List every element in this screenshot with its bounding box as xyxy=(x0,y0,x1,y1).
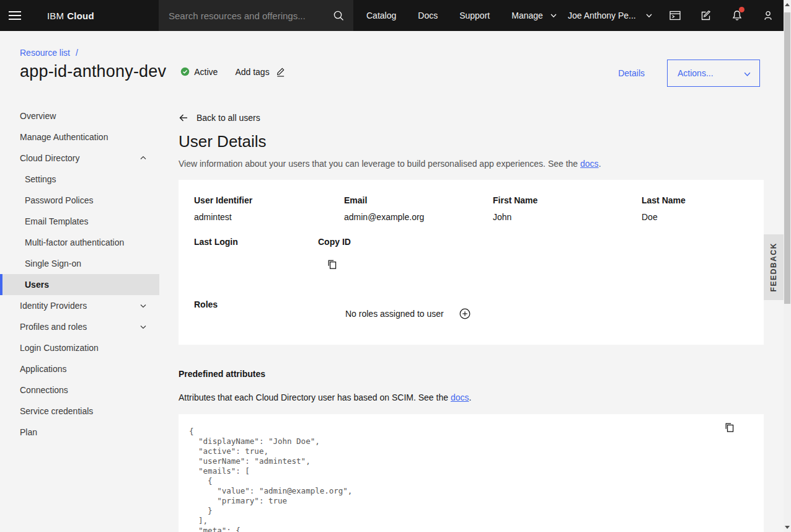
scrollbar-thumb[interactable] xyxy=(784,12,790,304)
add-tags-button[interactable]: Add tags xyxy=(235,67,285,77)
sidebar-item-cloud-directory[interactable]: Cloud Directory xyxy=(0,148,159,169)
status-badge: Active xyxy=(180,67,218,77)
notifications-button[interactable] xyxy=(722,0,753,31)
sidebar-item-manage-authentication[interactable]: Manage Authentication xyxy=(0,126,159,148)
feedback-tab[interactable]: FEEDBACK xyxy=(764,234,784,300)
field-value-last-name: Doe xyxy=(642,211,658,223)
search-input[interactable] xyxy=(159,11,324,21)
field-value-first-name: John xyxy=(493,211,511,223)
top-header: IBMCloud Catalog Docs Support Manage Joe… xyxy=(0,0,791,31)
sidebar-item-applications[interactable]: Applications xyxy=(0,358,159,379)
scrollbar-up-arrow[interactable] xyxy=(785,3,790,6)
account-name: Joe Anthony Pe... xyxy=(568,11,636,20)
code-line: "userName": "admintest", xyxy=(189,456,764,466)
code-line: "meta": { xyxy=(189,526,764,532)
field-label-email: Email xyxy=(344,195,367,206)
user-icon xyxy=(762,9,774,22)
predefined-attributes-description: Attributes that each Cloud Directory use… xyxy=(179,392,764,403)
menu-button[interactable] xyxy=(0,0,30,31)
code-line: { xyxy=(189,427,764,437)
sidebar-item-plan[interactable]: Plan xyxy=(0,422,159,443)
code-line: "displayName": "John Doe", xyxy=(189,437,764,446)
nav-docs[interactable]: Docs xyxy=(418,11,438,20)
chevron-down-icon xyxy=(139,323,147,330)
code-line: "active": true, xyxy=(189,446,764,456)
copy-icon xyxy=(327,259,337,270)
status-label: Active xyxy=(194,67,218,77)
account-menu[interactable]: Joe Anthony Pe... xyxy=(568,0,653,31)
sidebar-item-users[interactable]: Users xyxy=(0,274,159,295)
chevron-down-icon xyxy=(550,12,557,19)
sidebar-item-single-sign-on[interactable]: Single Sign-on xyxy=(0,253,159,274)
web-cli-icon xyxy=(669,9,681,22)
copy-id-label: Copy ID xyxy=(318,236,351,247)
breadcrumb-resource-list[interactable]: Resource list xyxy=(20,48,70,58)
edit-pencil-icon xyxy=(276,67,285,77)
brand-suffix: Cloud xyxy=(67,11,94,21)
user-info-card: User Identifier Email First Name Last Na… xyxy=(179,180,764,345)
sidebar-item-profiles-and-roles[interactable]: Profiles and roles xyxy=(0,316,159,337)
sidebar-item-login-customization[interactable]: Login Customization xyxy=(0,337,159,358)
check-circle-icon xyxy=(180,67,190,76)
docs-link[interactable]: docs xyxy=(580,159,599,169)
page-header: Resource list/ app-id-anthony-dev Active… xyxy=(0,31,791,102)
sidebar-item-service-credentials[interactable]: Service credentials xyxy=(0,401,159,422)
brand-prefix: IBM xyxy=(47,11,64,21)
search-button[interactable] xyxy=(324,0,353,31)
code-line: } xyxy=(189,506,764,516)
sidebar-nav: Overview Manage Authentication Cloud Dir… xyxy=(0,102,159,443)
brand-logo[interactable]: IBMCloud xyxy=(47,0,94,31)
copy-icon xyxy=(724,422,735,433)
roles-label: Roles xyxy=(194,299,218,310)
page-title: app-id-anthony-dev xyxy=(20,62,166,81)
sidebar-item-email-templates[interactable]: Email Templates xyxy=(0,211,159,232)
plus-circle-icon xyxy=(459,308,471,319)
sidebar-item-settings[interactable]: Settings xyxy=(0,169,159,190)
copy-snippet-button[interactable] xyxy=(724,422,735,433)
sidebar-item-overview[interactable]: Overview xyxy=(0,105,159,126)
copy-id-button[interactable] xyxy=(327,259,337,270)
sidebar-item-multi-factor-authentication[interactable]: Multi-factor authentication xyxy=(0,232,159,253)
sidebar-item-password-polices[interactable]: Password Polices xyxy=(0,190,159,211)
profile-button[interactable] xyxy=(753,0,784,31)
web-cli-button[interactable] xyxy=(660,0,691,31)
scrollbar-down-arrow[interactable] xyxy=(785,526,790,529)
roles-empty-text: No roles assigned to user xyxy=(345,308,444,319)
hamburger-icon xyxy=(9,9,21,22)
back-to-all-users-link[interactable]: Back to all users xyxy=(179,113,260,123)
code-line: "emails": [ xyxy=(189,466,764,476)
details-link[interactable]: Details xyxy=(618,68,645,78)
doc-feedback-button[interactable] xyxy=(691,0,722,31)
actions-dropdown[interactable]: Actions... xyxy=(667,60,760,87)
code-line: { xyxy=(189,476,764,486)
chevron-down-icon xyxy=(645,12,653,19)
header-search xyxy=(159,0,353,31)
breadcrumb-separator: / xyxy=(76,48,78,58)
search-icon xyxy=(333,10,344,21)
predefined-attributes-heading: Predefined attributes xyxy=(179,368,764,379)
field-label-user-identifier: User Identifier xyxy=(194,195,252,206)
sidebar-item-identity-providers[interactable]: Identity Providers xyxy=(0,295,159,316)
page-scrollbar[interactable] xyxy=(784,0,791,532)
header-icon-group xyxy=(660,0,784,31)
main-content: Back to all users User Details View info… xyxy=(179,102,764,532)
last-login-label: Last Login xyxy=(194,236,238,247)
nav-catalog[interactable]: Catalog xyxy=(366,11,396,20)
edit-icon xyxy=(700,9,712,22)
code-line: ], xyxy=(189,516,764,526)
add-role-button[interactable] xyxy=(459,308,471,319)
arrow-left-icon xyxy=(179,113,188,123)
notification-dot xyxy=(739,7,745,12)
nav-support[interactable]: Support xyxy=(459,11,490,20)
sidebar-item-connections[interactable]: Connections xyxy=(0,379,159,401)
breadcrumb: Resource list/ xyxy=(20,48,791,58)
code-line: "value": "admin@example.org", xyxy=(189,486,764,496)
field-value-email: admin@example.org xyxy=(344,211,424,223)
nav-manage[interactable]: Manage xyxy=(511,11,557,20)
scim-code-snippet: { "displayName": "John Doe", "active": t… xyxy=(179,414,764,532)
field-label-last-name: Last Name xyxy=(642,195,686,206)
docs-link[interactable]: docs xyxy=(451,392,469,402)
field-value-user-identifier: admintest xyxy=(194,211,232,223)
field-label-first-name: First Name xyxy=(493,195,537,206)
chevron-up-icon xyxy=(139,154,147,162)
